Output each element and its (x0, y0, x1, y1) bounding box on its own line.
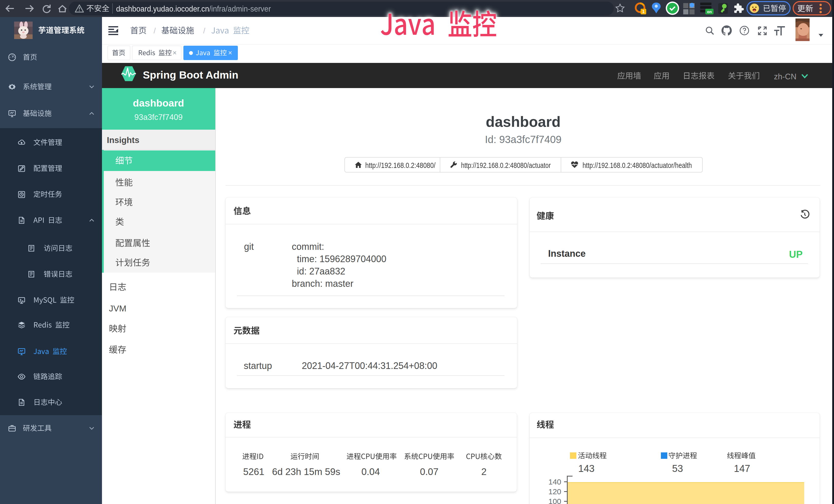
svg-text:on: on (707, 9, 712, 14)
svg-text:1: 1 (642, 9, 644, 14)
